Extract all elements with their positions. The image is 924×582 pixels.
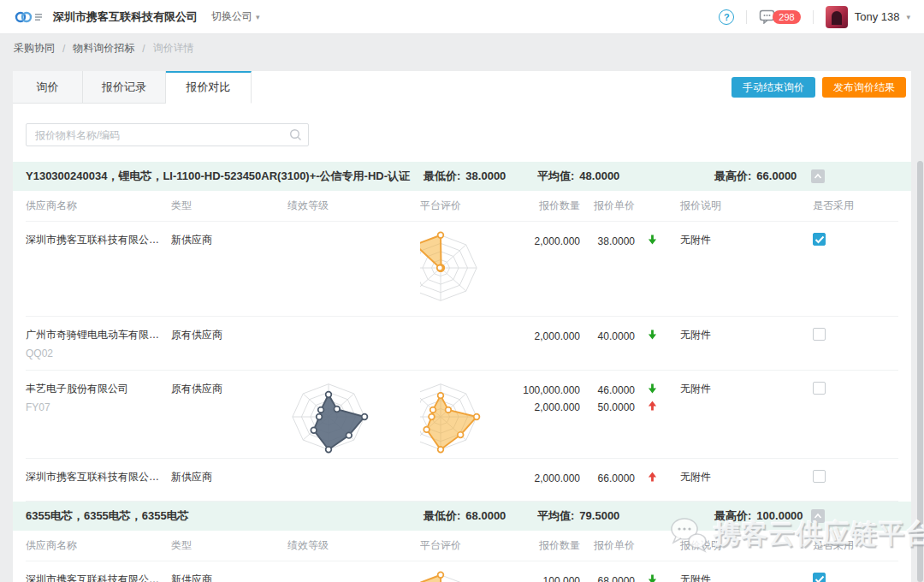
quote-note: 无附件 (669, 222, 780, 316)
adopt-checkbox[interactable] (813, 328, 826, 341)
supplier-cell: 广州市奇骑锂电电动车有限…QQ02 (26, 317, 171, 370)
quote-qty: 2,000.000 (514, 399, 580, 416)
app-logo-icon (14, 9, 43, 25)
quote-qty: 2,000.000 (514, 470, 580, 487)
platform-rating-cell (420, 561, 514, 582)
radar-box (420, 379, 514, 457)
quote-trend (635, 573, 669, 582)
trend-up-icon (648, 472, 657, 482)
quote-groups: Y130300240034，锂电芯，LI-1100-HD-523450AR(31… (26, 162, 898, 582)
divider (746, 10, 747, 24)
fold-cell (811, 169, 898, 183)
column-header: 是否采用 (780, 199, 898, 213)
radar-box (420, 570, 514, 582)
quote-qty-cell: 2,000.000 (514, 222, 580, 316)
performance-radar-cell (287, 317, 420, 370)
messages-button[interactable]: 298 (759, 9, 800, 24)
avg-price-stat: 平均值:48.0000 (537, 169, 714, 184)
min-price-stat: 最低价:38.0000 (424, 169, 537, 184)
quote-trend-cell (635, 371, 669, 458)
tabs: 询价 报价记录 报价对比 手动结束询价 发布询价结果 (13, 71, 911, 104)
search-box (26, 123, 309, 146)
platform-rating-cell (420, 222, 514, 316)
radar-chart (287, 379, 370, 454)
supplier-name: 深圳市携客互联科技有限公… (26, 573, 171, 582)
max-price-stat: 最高价:66.0000 (714, 169, 811, 184)
chevron-up-icon (814, 173, 822, 180)
column-header: 类型 (171, 538, 287, 553)
quote-qty-cell: 2,000.000 (514, 459, 580, 501)
quote-trend-cell (635, 222, 669, 316)
performance-radar-cell (287, 459, 420, 501)
adopt-checkbox[interactable] (813, 382, 826, 395)
radar-box (420, 230, 514, 308)
collapse-button[interactable] (811, 509, 825, 523)
quote-trend-cell (635, 317, 669, 370)
platform-rating-cell (420, 371, 514, 458)
group-header: Y130300240034，锂电芯，LI-1100-HD-523450AR(31… (13, 162, 911, 191)
check-icon (814, 575, 825, 582)
table-row: 广州市奇骑锂电电动车有限…QQ02原有供应商2,000.00040.0000无附… (26, 317, 898, 371)
supplier-code: QQ02 (26, 347, 171, 359)
column-header: 供应商名称 (26, 538, 171, 553)
quote-compare-card: 询价 报价记录 报价对比 手动结束询价 发布询价结果 Y130300240 (13, 71, 911, 582)
quote-note: 无附件 (669, 317, 780, 370)
company-name: 深圳市携客互联科技有限公司 (53, 9, 198, 25)
tab-quote-records[interactable]: 报价记录 (83, 71, 166, 104)
quote-price: 68.0000 (580, 573, 635, 582)
quote-price: 38.0000 (580, 233, 635, 250)
stat-label: 最低价: (424, 509, 460, 522)
column-header: 报价单价 (580, 538, 635, 553)
supplier-cell: 丰艺电子股份有限公司FY07 (26, 371, 171, 458)
breadcrumb-item-rfq[interactable]: 物料询价招标 (73, 41, 134, 56)
table-row: 丰艺电子股份有限公司FY07原有供应商100,000.0002,000.0004… (26, 371, 898, 459)
column-header: 报价单价 (580, 199, 635, 213)
supplier-cell: 深圳市携客互联科技有限公… (26, 222, 171, 316)
tab-quote-compare[interactable]: 报价对比 (166, 71, 252, 104)
stat-value: 100.0000 (756, 509, 803, 522)
quote-price: 66.0000 (580, 470, 635, 487)
username: Tony 138 (855, 10, 900, 23)
quote-qty-cell: 100.000 (514, 561, 580, 582)
vertical-scrollbar[interactable] (917, 161, 923, 582)
adopt-cell (780, 317, 898, 370)
column-header: 类型 (171, 199, 287, 213)
quote-price-cell: 38.0000 (580, 222, 635, 316)
quote-price: 40.0000 (580, 328, 635, 345)
user-menu[interactable]: Tony 138 ▾ (826, 6, 910, 28)
adopt-checkbox[interactable] (813, 233, 826, 246)
chevron-down-icon: ▾ (906, 13, 910, 21)
group-title: 6355电芯，6355电芯，6355电芯 (26, 508, 424, 524)
quote-qty: 2,000.000 (514, 233, 580, 250)
topbar: 深圳市携客互联科技有限公司 切换公司 ▾ ? 298 Tony 138 ▾ (0, 0, 924, 34)
switch-company-button[interactable]: 切换公司 ▾ (211, 9, 260, 24)
supplier-name: 广州市奇骑锂电电动车有限… (26, 328, 171, 342)
search-input[interactable] (26, 123, 309, 146)
adopt-checkbox[interactable] (813, 573, 826, 582)
column-header: 供应商名称 (26, 199, 171, 213)
max-price-stat: 最高价:100.0000 (714, 508, 811, 524)
min-price-stat: 最低价:68.0000 (424, 508, 537, 524)
chevron-down-icon: ▾ (256, 13, 260, 21)
end-inquiry-button[interactable]: 手动结束询价 (732, 77, 815, 98)
publish-result-button[interactable]: 发布询价结果 (822, 77, 906, 98)
radar-chart (420, 570, 482, 582)
collapse-button[interactable] (811, 169, 825, 183)
quote-qty: 2,000.000 (514, 328, 580, 345)
quote-note: 无附件 (669, 561, 780, 582)
supplier-type: 新供应商 (171, 459, 287, 501)
performance-radar-cell (287, 371, 420, 458)
breadcrumb-item-detail: 询价详情 (153, 41, 194, 56)
quote-price-cell: 68.0000 (580, 561, 635, 582)
adopt-checkbox[interactable] (813, 470, 826, 483)
help-icon[interactable]: ? (719, 9, 734, 25)
stat-value: 38.0000 (465, 169, 506, 182)
column-header: 报价说明 (669, 538, 780, 553)
stat-label: 最高价: (714, 169, 751, 182)
quote-price-cell: 46.000050.0000 (580, 371, 635, 458)
performance-radar-cell (287, 222, 420, 316)
breadcrumb-item-procurement[interactable]: 采购协同 (14, 41, 55, 56)
adopt-cell (780, 459, 898, 501)
tab-inquiry[interactable]: 询价 (13, 71, 83, 104)
supplier-type: 新供应商 (171, 561, 287, 582)
